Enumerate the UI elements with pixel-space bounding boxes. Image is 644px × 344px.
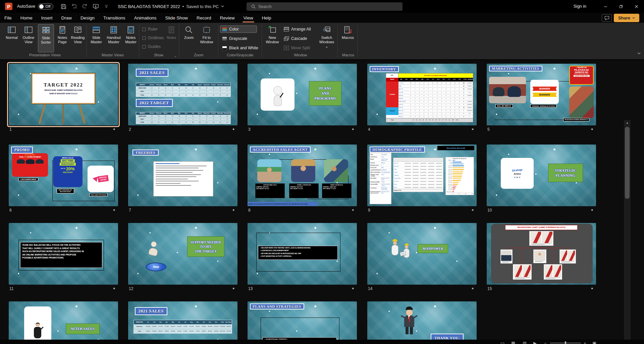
vertical-scrollbar[interactable]: ▲ ▼ xyxy=(624,120,631,344)
slide-thumbnail-13[interactable]: ✓DELIVER MORE FAST MOVING UNITS, LESS SL… xyxy=(248,223,357,285)
document-title[interactable]: SSC BALAGTAS TARGET 2022 • Saved to this… xyxy=(118,4,224,9)
outline-view-button[interactable]: Outline View xyxy=(20,24,37,52)
slide-thumbnail-12[interactable]: Help SUPPORT NEEDEDTO HITTHE TARGET xyxy=(128,223,237,285)
macros-button[interactable]: Macros xyxy=(340,24,356,52)
tab-review[interactable]: Review xyxy=(216,13,239,23)
label-promo: PROMO xyxy=(11,147,33,154)
gridlines-checkbox[interactable]: Gridlines xyxy=(142,36,164,40)
color-button[interactable]: Color xyxy=(220,25,257,33)
slide-thumbnail-4[interactable]: INVENTORY 2021MOTORCYCLE SALES PER MODEL… xyxy=(367,64,477,125)
notes-button[interactable]: Notes xyxy=(165,24,178,52)
slide-thumbnail-11[interactable]: TEAM SSC BALAGTAS WILL FOCUS ON THE ACTI… xyxy=(9,223,118,285)
minimize-button[interactable] xyxy=(598,0,613,13)
show-dialog-launcher-icon[interactable]: ⌟ xyxy=(174,54,176,57)
close-button[interactable] xyxy=(629,0,644,13)
slide-thumbnail-8[interactable]: ACCREDITED SALES AGENT JOHN MICHAEL POLO… xyxy=(248,145,357,206)
autosave-toggle[interactable]: Off xyxy=(38,3,53,10)
redo-button[interactable] xyxy=(80,2,90,11)
fit-to-window-button[interactable]: Fit to Window xyxy=(198,24,215,52)
handout-master-button[interactable]: Handout Master xyxy=(105,24,123,52)
tab-slide-show[interactable]: Slide Show xyxy=(161,13,192,23)
tab-draw[interactable]: Draw xyxy=(57,13,76,23)
notes-page-button[interactable]: Notes Page xyxy=(55,24,70,52)
tab-design[interactable]: Design xyxy=(76,13,99,23)
powerpoint-app-icon[interactable]: P xyxy=(5,3,12,10)
undo-button[interactable] xyxy=(69,2,79,11)
org-card-3 xyxy=(559,249,576,264)
reading-view-statusbar-icon[interactable]: ▥ xyxy=(523,341,527,344)
slide-thumbnail-14[interactable]: MANPOWER xyxy=(367,223,477,285)
slide-sorter-pane[interactable]: TARGET 2022 BRANCH NAME: SUMMIT SUPERBIK… xyxy=(0,60,644,340)
slide-thumbnail-16[interactable]: AFTER SALES xyxy=(9,301,118,344)
slide-thumbnail-6[interactable]: PROMO Summit Superbikes AVAIL 5% DOWN PA… xyxy=(9,145,118,206)
save-button[interactable] xyxy=(58,2,68,11)
arrange-all-button[interactable]: Arrange All xyxy=(284,25,311,33)
slide-number: 7 xyxy=(129,208,131,213)
after-sales-box: AFTER SALES xyxy=(66,324,100,334)
cascade-button[interactable]: Cascade xyxy=(284,35,307,42)
grayscale-button[interactable]: Grayscale xyxy=(220,35,247,42)
tab-home[interactable]: Home xyxy=(16,13,37,23)
slide-thumbnail-1[interactable]: TARGET 2022 BRANCH NAME: SUMMIT SUPERBIK… xyxy=(9,64,118,125)
agent-caption-2: JOHNEL CONCEPCION STARTED: NOV 2020 2021… xyxy=(289,183,319,198)
notes-master-button[interactable]: Notes Master xyxy=(123,24,138,52)
strategy-action-graphic: Strategy Action xyxy=(501,158,534,189)
slide-number: 11 xyxy=(9,286,13,291)
share-button[interactable]: Share xyxy=(614,14,639,22)
animation-star-icon: ✶ xyxy=(591,287,593,290)
animation-star-icon: ✶ xyxy=(352,127,354,131)
switch-windows-button[interactable]: Switch Windows ⌄ xyxy=(318,24,335,52)
slide-master-button[interactable]: Slide Master xyxy=(89,24,104,52)
banner-graphic: BANNER BANNER xyxy=(530,80,559,104)
search-input[interactable]: Search xyxy=(247,2,402,11)
zoom-in-icon[interactable]: + xyxy=(584,341,586,344)
restore-button[interactable] xyxy=(613,0,629,13)
agent-photo-1 xyxy=(257,159,281,182)
slide-thumbnail-15[interactable]: ORGANIZATIONAL CHART | SUMMIT SUPERBIKES… xyxy=(487,223,596,285)
scroll-up-arrow-icon[interactable]: ▲ xyxy=(624,120,631,125)
slide-thumbnail-3[interactable]: PLANSANDPROGRAMS xyxy=(248,64,357,125)
tab-transitions[interactable]: Transitions xyxy=(99,13,130,23)
slide-thumbnail-9[interactable]: DEMOGRAPHIC PROFILE BALAGTAS, BULACAN Ty… xyxy=(367,145,477,206)
reading-view-button[interactable]: Reading View xyxy=(70,24,86,52)
move-split-button[interactable]: Move Split xyxy=(284,44,310,52)
slide-thumbnail-19[interactable]: THANK YOU. xyxy=(367,301,477,344)
slide-number: 5 xyxy=(487,127,490,132)
animation-star-icon: ✶ xyxy=(113,287,115,290)
black-and-white-button[interactable]: Black and White xyxy=(220,44,258,52)
guides-checkbox[interactable]: Guides xyxy=(142,44,161,49)
slide-thumbnail-7[interactable]: FREEBIES xyxy=(128,145,237,206)
tab-insert[interactable]: Insert xyxy=(37,13,57,23)
slide-thumbnail-17[interactable]: 2021 SALES BRANCHESJanFebMarAprMayJunJul… xyxy=(128,301,237,344)
slide-sorter-statusbar-icon[interactable]: ▦ xyxy=(511,341,515,344)
slide-number: 8 xyxy=(248,208,251,213)
zoom-slider-thumb[interactable] xyxy=(565,341,566,344)
sign-in-button[interactable]: Sign in xyxy=(574,4,586,9)
slide-sorter-button[interactable]: Slide Sorter xyxy=(38,24,54,52)
slide-thumbnail-5[interactable]: MARKETING ACTIVITIES MALL MC DISPLAY BAN… xyxy=(487,64,596,125)
normal-view-button[interactable]: Normal xyxy=(4,24,19,52)
zoom-button[interactable]: Zoom xyxy=(181,24,197,52)
zoom-out-icon[interactable]: − xyxy=(544,341,547,344)
slide-thumbnail-10[interactable]: Strategy Action STRATEGICPLANNING xyxy=(487,145,596,206)
tab-file[interactable]: File xyxy=(0,13,16,23)
tab-help[interactable]: Help xyxy=(258,13,276,23)
tab-animations[interactable]: Animations xyxy=(130,13,161,23)
slideshow-statusbar-icon[interactable]: ▶ xyxy=(533,341,537,344)
start-slideshow-button[interactable] xyxy=(91,2,101,11)
normal-view-statusbar-icon[interactable]: ▭ xyxy=(500,341,504,344)
scrollbar-thumb[interactable] xyxy=(625,127,630,199)
tab-record[interactable]: Record xyxy=(192,13,216,23)
fit-slide-icon[interactable]: ▣ xyxy=(592,341,596,344)
ruler-checkbox[interactable]: Ruler xyxy=(142,27,158,32)
tab-view[interactable]: View xyxy=(239,13,258,23)
slide-thumbnail-18[interactable]: PLANS AND STRATEGIES ✓"KUMUSTAHAN" STRAT… xyxy=(248,301,357,344)
new-window-button[interactable]: New Window xyxy=(264,24,281,52)
saved-status: Saved to this PC xyxy=(186,4,219,9)
customize-quick-access-chevron[interactable] xyxy=(101,2,111,11)
comments-button[interactable] xyxy=(602,14,612,22)
slide-thumbnail-2[interactable]: 2021 SALES BRANCHJanuaryFebruaryMarchApr… xyxy=(128,64,237,125)
animation-star-icon: ✶ xyxy=(471,287,474,290)
collapse-ribbon-chevron-icon[interactable] xyxy=(637,52,641,54)
animation-star-icon: ✶ xyxy=(471,127,474,131)
